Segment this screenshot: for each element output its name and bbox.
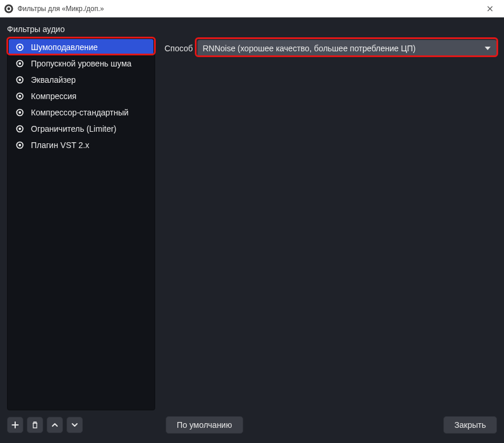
visibility-icon[interactable]	[15, 75, 25, 85]
svg-point-12	[19, 111, 21, 114]
filter-settings-panel: Способ RNNoise (хорошее качество, больше…	[163, 37, 497, 410]
svg-point-8	[19, 79, 21, 81]
svg-point-14	[19, 128, 21, 130]
filter-item-label: Ограничитель (Limiter)	[31, 124, 117, 133]
filter-item-label: Пропускной уровень шума	[31, 59, 131, 68]
panes: Шумоподавление Пропускной уровень шума Э…	[0, 37, 504, 410]
filter-item-equalizer[interactable]: Эквалайзер	[9, 72, 153, 88]
filter-item-label: Компрессия	[31, 92, 76, 101]
filter-item-compressor-standard[interactable]: Компрессор-стандартный	[9, 104, 153, 121]
move-filter-down-button[interactable]	[66, 417, 83, 433]
move-filter-up-button[interactable]	[47, 417, 63, 433]
svg-point-4	[19, 46, 21, 48]
filter-item-label: Плагин VST 2.x	[31, 140, 89, 150]
window-body: Фильтры аудиo Шумоподавление П	[0, 17, 504, 443]
delete-filter-button[interactable]	[27, 417, 43, 433]
defaults-button[interactable]: По умолчанию	[166, 416, 243, 434]
filter-list: Шумоподавление Пропускной уровень шума Э…	[7, 37, 155, 410]
visibility-icon[interactable]	[15, 107, 25, 118]
close-button-label: Закрыть	[454, 420, 486, 430]
visibility-icon[interactable]	[15, 91, 25, 101]
titlebar: Фильтры для «Микр./доп.»	[0, 0, 504, 17]
window-close-button[interactable]	[478, 1, 502, 17]
chevron-down-icon	[480, 47, 495, 50]
filter-list-tools	[7, 417, 83, 433]
filter-item-gate[interactable]: Пропускной уровень шума	[9, 55, 153, 72]
filters-window: Фильтры для «Микр./доп.» Фильтры аудиo Ш…	[0, 0, 504, 443]
method-dropdown[interactable]: RNNoise (хорошее качество, большее потре…	[197, 40, 497, 57]
svg-point-16	[19, 144, 21, 146]
svg-point-10	[19, 95, 21, 97]
visibility-icon[interactable]	[15, 58, 25, 69]
svg-point-6	[19, 62, 21, 65]
filter-item-noise-suppression[interactable]: Шумоподавление	[9, 39, 153, 55]
visibility-icon[interactable]	[15, 42, 25, 52]
obs-logo-icon	[4, 3, 14, 14]
visibility-icon[interactable]	[15, 140, 25, 150]
add-filter-button[interactable]	[7, 417, 23, 433]
method-label: Способ	[163, 44, 194, 53]
svg-point-2	[8, 7, 10, 10]
filter-item-label: Компрессор-стандартный	[31, 108, 128, 117]
method-dropdown-value: RNNoise (хорошее качество, большее потре…	[202, 44, 480, 53]
filters-column: Шумоподавление Пропускной уровень шума Э…	[7, 37, 155, 410]
filter-item-label: Эквалайзер	[31, 75, 76, 85]
close-button[interactable]: Закрыть	[443, 416, 497, 434]
audio-filters-label: Фильтры аудиo	[0, 17, 504, 37]
defaults-button-label: По умолчанию	[177, 420, 232, 430]
window-title: Фильтры для «Микр./доп.»	[18, 5, 104, 13]
method-row: Способ RNNoise (хорошее качество, больше…	[163, 40, 497, 57]
bottom-toolbar: По умолчанию Закрыть	[0, 410, 504, 443]
visibility-icon[interactable]	[15, 124, 25, 134]
filter-item-label: Шумоподавление	[31, 43, 98, 52]
filter-item-compression[interactable]: Компрессия	[9, 88, 153, 104]
filter-item-vst[interactable]: Плагин VST 2.x	[9, 137, 153, 153]
filter-item-limiter[interactable]: Ограничитель (Limiter)	[9, 121, 153, 137]
